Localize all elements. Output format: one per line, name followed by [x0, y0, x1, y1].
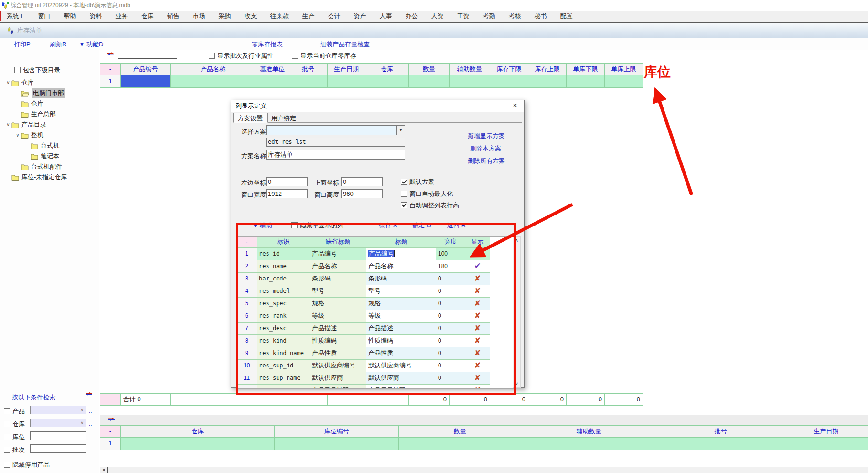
menu-item-payment[interactable]: 收支	[238, 11, 264, 22]
auto-maximize-checkbox[interactable]: 窗口自动最大化	[401, 190, 453, 198]
selected-cell[interactable]	[121, 75, 171, 88]
filter-product-checkbox[interactable]: 产品	[4, 407, 25, 416]
quick-filter-input[interactable]	[118, 52, 177, 59]
save-link[interactable]: 保存 S	[379, 221, 397, 230]
menu-item-attendance[interactable]: 考勤	[476, 11, 502, 22]
cell-width[interactable]: 0	[436, 360, 465, 372]
delete-scheme-link[interactable]: 删除本方案	[470, 144, 501, 153]
checkbox-box[interactable]	[292, 53, 298, 59]
cell-width[interactable]: 180	[436, 260, 465, 273]
header-production-date[interactable]: 生产日期	[784, 425, 868, 438]
scroll-up-icon[interactable]: ∧	[513, 238, 520, 243]
close-icon[interactable]: ×	[510, 101, 520, 110]
cell-width[interactable]: 100	[436, 248, 465, 260]
cell-width[interactable]: 0	[436, 273, 465, 285]
back-link[interactable]: 返回 R	[447, 221, 466, 230]
header-batch[interactable]: 批号	[657, 425, 784, 438]
tree-node-production-hq[interactable]: 生产总部	[0, 109, 99, 119]
tab-inventory-list[interactable]: 库存清单	[17, 26, 42, 35]
header-base-unit[interactable]: 基准单位	[256, 63, 289, 75]
add-scheme-link[interactable]: 新增显示方案	[468, 132, 505, 140]
cell[interactable]	[365, 75, 409, 88]
header-aux-quantity[interactable]: 辅助数量	[450, 63, 490, 75]
header-location-id[interactable]: 库位编号	[275, 425, 399, 438]
show-check-icon[interactable]: ✔	[465, 248, 490, 260]
checkbox-box[interactable]	[4, 421, 10, 427]
header-stock-max[interactable]: 库存上限	[528, 63, 567, 75]
menu-item-assessment[interactable]: 考核	[502, 11, 528, 22]
function-menu-button[interactable]: ▼功能D	[79, 40, 103, 49]
cell[interactable]	[784, 438, 868, 450]
column-row-res-spec[interactable]: 5 res_spec 规格 规格 0 ✘	[237, 298, 513, 310]
menu-item-secretary[interactable]: 秘书	[528, 11, 554, 22]
column-row-res-kind[interactable]: 8 res_kind 性质编码 性质编码 0 ✘	[237, 335, 513, 347]
header-identifier[interactable]: 标识	[257, 236, 310, 248]
show-cross-icon[interactable]: ✘	[465, 322, 490, 335]
refresh-button[interactable]: 刷新R	[50, 40, 66, 49]
checkbox-box[interactable]	[4, 408, 10, 414]
menu-item-market[interactable]: 市场	[186, 11, 212, 22]
column-row-res-name[interactable]: 2 res_name 产品名称 产品名称 180 ✔	[237, 260, 513, 273]
tree-node-warehouse-root[interactable]: ∨ 仓库	[0, 77, 99, 88]
location-grid-row[interactable]: 1	[100, 438, 868, 450]
column-row-res-kind-name[interactable]: 9 res_kind_name 产品性质 产品性质 0 ✘	[237, 347, 513, 360]
tree-node-complete-machine[interactable]: ∨ 整机	[0, 130, 99, 140]
header-store-max[interactable]: 单库上限	[605, 63, 643, 75]
menu-item-office[interactable]: 办公	[399, 11, 425, 22]
menu-item-purchase[interactable]: 采购	[212, 11, 238, 22]
scroll-left-button[interactable]: ◄	[100, 467, 107, 473]
location-input[interactable]	[30, 431, 86, 440]
cell-title[interactable]: 条形码	[366, 273, 436, 285]
cell[interactable]	[121, 438, 275, 450]
cell[interactable]	[328, 75, 365, 88]
vertical-scrollbar[interactable]: ∧ ∨	[513, 236, 521, 388]
scheme-name-input[interactable]: 库存清单	[266, 150, 405, 160]
checkbox-box[interactable]	[4, 447, 10, 453]
show-batch-checkbox[interactable]: 显示批次及行业属性	[209, 52, 273, 60]
column-row-res-sup-id[interactable]: 10 res_sup_id 默认供应商编号 默认供应商编号 0 ✘	[237, 360, 513, 372]
checkbox-box[interactable]	[291, 222, 298, 228]
show-cross-icon[interactable]: ✘	[465, 285, 490, 298]
tab-user-binding[interactable]: 用户绑定	[267, 113, 301, 123]
show-cross-icon[interactable]: ✘	[465, 385, 490, 389]
cell[interactable]	[171, 75, 256, 88]
swap-icon[interactable]	[107, 52, 114, 58]
cell[interactable]	[275, 438, 399, 450]
menu-item-salary[interactable]: 工资	[450, 11, 476, 22]
cell-title[interactable]: 规格	[366, 298, 436, 310]
title-cell-editor[interactable]: 产品编号	[366, 248, 436, 260]
product-more-button[interactable]: ..	[89, 408, 92, 414]
cell-width[interactable]: 0	[436, 372, 465, 385]
cell[interactable]	[521, 438, 657, 450]
cell[interactable]	[399, 438, 521, 450]
header-quantity[interactable]: 数量	[409, 63, 450, 75]
show-cross-icon[interactable]: ✘	[465, 360, 490, 372]
auto-row-height-checkbox[interactable]: 自动调整列表行高	[401, 201, 459, 210]
cell-title[interactable]: 型号	[366, 285, 436, 298]
tab-scheme-settings[interactable]: 方案设置	[233, 113, 268, 123]
default-scheme-checkbox[interactable]: 默认方案	[401, 178, 434, 186]
menu-item-accounts[interactable]: 往来款	[264, 11, 296, 22]
tree-node-warehouse[interactable]: 仓库	[0, 98, 99, 109]
cell[interactable]	[528, 75, 567, 88]
column-row-partial[interactable]: 12 产品目录编码 产品目录编码 0 ✘	[237, 385, 513, 389]
menu-item-system[interactable]: 系统 F	[0, 11, 32, 22]
header-aux-quantity[interactable]: 辅助数量	[521, 425, 657, 438]
show-cross-icon[interactable]: ✘	[465, 372, 490, 385]
menu-item-config[interactable]: 配置	[554, 11, 579, 22]
header-width[interactable]: 宽度	[436, 236, 465, 248]
menu-item-accounting[interactable]: 会计	[321, 11, 347, 22]
aux-menu-link[interactable]: ▼辅助	[253, 221, 272, 230]
cell-title[interactable]: 产品目录编码	[366, 385, 436, 389]
checkbox-box[interactable]	[401, 179, 407, 185]
zero-stock-report-link[interactable]: 零库存报表	[252, 40, 283, 49]
show-zero-stock-checkbox[interactable]: 显示当前仓库零库存	[292, 52, 356, 60]
cell[interactable]	[289, 75, 328, 88]
swap-icon[interactable]	[86, 392, 92, 398]
menu-item-sales[interactable]: 销售	[161, 11, 186, 22]
cell-title[interactable]: 默认供应商编号	[366, 360, 436, 372]
warehouse-combo[interactable]: ∨	[30, 419, 86, 427]
batch-input[interactable]	[30, 444, 86, 453]
cell[interactable]	[450, 75, 490, 88]
chevron-down-icon[interactable]: ∨	[5, 119, 11, 130]
